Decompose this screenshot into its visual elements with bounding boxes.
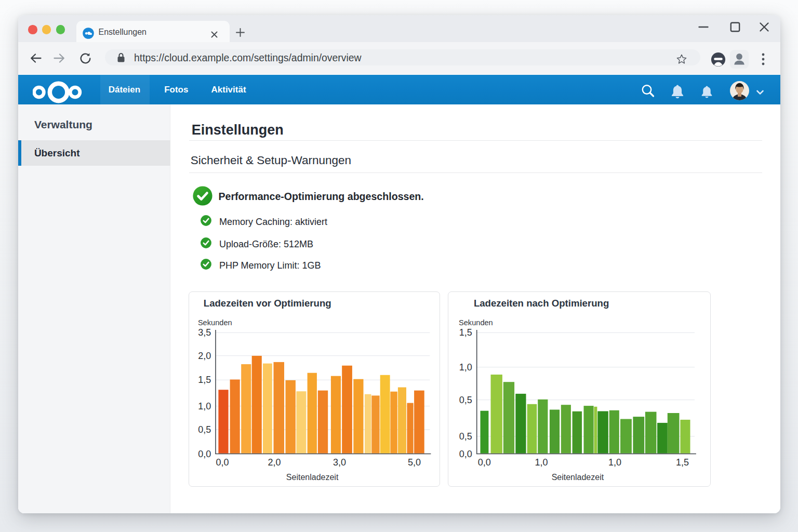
- svg-text:0,0: 0,0: [216, 457, 229, 468]
- svg-text:2,0: 2,0: [268, 457, 281, 468]
- svg-text:2,0: 2,0: [198, 350, 211, 361]
- svg-text:1,5: 1,5: [676, 457, 689, 468]
- svg-text:1,5: 1,5: [459, 327, 472, 338]
- svg-text:0,5: 0,5: [459, 394, 472, 405]
- svg-text:1,5: 1,5: [198, 375, 211, 385]
- svg-text:0,5: 0,5: [459, 431, 472, 442]
- svg-text:3,5: 3,5: [198, 327, 211, 338]
- svg-text:0,5: 0,5: [198, 424, 211, 435]
- svg-text:5,0: 5,0: [408, 457, 421, 468]
- svg-text:1,0: 1,0: [459, 362, 472, 372]
- svg-text:Sekunden: Sekunden: [459, 318, 493, 327]
- svg-text:1,0: 1,0: [535, 457, 548, 468]
- svg-text:Ladezeiten nach Optimierung: Ladezeiten nach Optimierung: [474, 298, 609, 309]
- svg-text:1,0: 1,0: [608, 457, 621, 468]
- svg-text:0,0: 0,0: [198, 448, 211, 459]
- svg-text:1,0: 1,0: [198, 401, 211, 411]
- svg-text:Sekunden: Sekunden: [198, 318, 232, 327]
- svg-text:Seitenladezeit: Seitenladezeit: [551, 473, 604, 482]
- svg-text:0,0: 0,0: [459, 448, 472, 459]
- svg-text:Seitenladezeit: Seitenladezeit: [286, 473, 339, 482]
- svg-text:3,0: 3,0: [333, 457, 346, 468]
- svg-text:Ladezeiten vor Optimierung: Ladezeiten vor Optimierung: [204, 298, 331, 309]
- svg-text:0,0: 0,0: [477, 457, 490, 468]
